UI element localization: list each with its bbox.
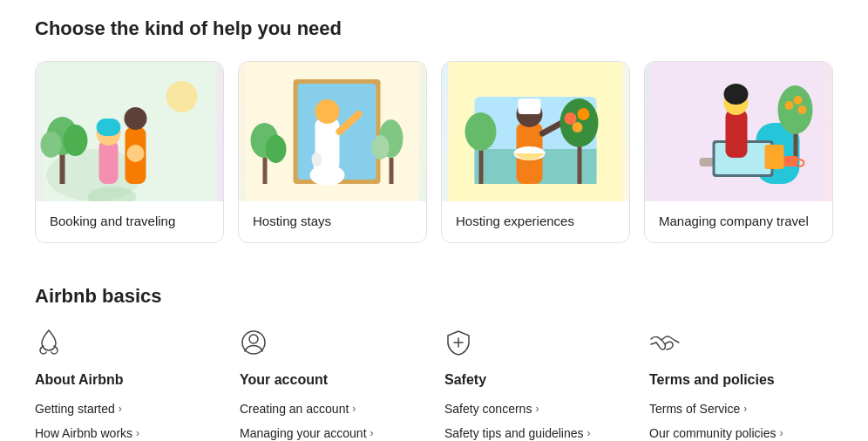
card-hosting-exp[interactable]: Hosting experiences — [441, 61, 630, 243]
svg-point-12 — [41, 132, 62, 158]
link-getting-started[interactable]: Getting started › — [35, 398, 219, 419]
chevron-icon: › — [119, 403, 122, 415]
svg-rect-49 — [726, 110, 748, 158]
svg-point-51 — [724, 84, 749, 105]
chevron-icon: › — [780, 427, 783, 439]
svg-point-28 — [372, 135, 390, 159]
svg-rect-52 — [765, 145, 784, 169]
handshake-icon — [649, 329, 833, 360]
chevron-icon: › — [535, 403, 539, 415]
card-company-label: Managing company travel — [645, 201, 832, 242]
basics-col-account: Your account Creating an account › Manag… — [240, 329, 424, 441]
svg-point-13 — [64, 125, 88, 156]
basics-col-terms: Terms and policies Terms of Service › Ou… — [649, 329, 833, 441]
page-title: Choose the kind of help you need — [35, 17, 833, 40]
link-safety-concerns[interactable]: Safety concerns › — [444, 398, 628, 419]
basics-about-title: About Airbnb — [35, 372, 219, 388]
airbnb-logo-icon — [35, 329, 219, 360]
card-hosting-stays-image — [239, 62, 426, 201]
link-safety-tips[interactable]: Safety tips and guidelines › — [444, 423, 628, 441]
card-company[interactable]: Managing company travel — [644, 61, 833, 243]
svg-rect-6 — [97, 119, 121, 136]
link-how-airbnb-works[interactable]: How Airbnb works › — [35, 423, 219, 441]
card-company-image — [645, 62, 832, 201]
svg-point-57 — [798, 105, 807, 114]
card-hosting-exp-label: Hosting experiences — [442, 201, 629, 242]
chevron-icon: › — [370, 427, 374, 439]
svg-point-54 — [778, 85, 813, 134]
svg-point-56 — [794, 96, 803, 105]
svg-point-41 — [573, 122, 583, 132]
svg-point-22 — [312, 153, 322, 166]
link-community-policies-terms[interactable]: Our community policies › — [649, 423, 833, 441]
svg-rect-23 — [263, 158, 268, 184]
svg-point-18 — [315, 99, 340, 124]
svg-point-40 — [578, 108, 590, 120]
svg-rect-26 — [390, 158, 394, 184]
chevron-icon: › — [743, 403, 747, 415]
basics-grid: About Airbnb Getting started › How Airbn… — [35, 329, 833, 441]
svg-point-8 — [125, 107, 147, 130]
svg-point-43 — [465, 112, 497, 151]
svg-point-60 — [249, 335, 258, 343]
link-creating-account[interactable]: Creating an account › — [240, 398, 424, 419]
svg-point-55 — [785, 101, 794, 110]
basics-section-title: Airbnb basics — [35, 285, 833, 308]
basics-terms-title: Terms and policies — [649, 372, 833, 388]
svg-rect-4 — [99, 140, 119, 184]
chevron-icon: › — [352, 403, 356, 415]
svg-rect-58 — [784, 156, 798, 166]
chevron-icon: › — [136, 427, 139, 439]
link-terms-service[interactable]: Terms of Service › — [649, 398, 833, 419]
chevron-icon: › — [587, 427, 591, 439]
card-booking[interactable]: Booking and traveling — [35, 61, 224, 243]
person-circle-icon — [240, 329, 424, 360]
card-hosting-stays[interactable]: Hosting stays — [238, 61, 427, 243]
basics-account-title: Your account — [240, 372, 424, 388]
svg-point-9 — [127, 145, 145, 162]
help-categories-grid: Booking and traveling — [35, 61, 833, 243]
card-booking-label: Booking and traveling — [36, 201, 223, 242]
svg-point-2 — [166, 81, 198, 112]
svg-rect-42 — [479, 149, 484, 184]
basics-col-about: About Airbnb Getting started › How Airbn… — [35, 329, 219, 441]
card-booking-image — [36, 62, 223, 201]
basics-col-safety: Safety Safety concerns › Safety tips and… — [444, 329, 628, 441]
svg-point-25 — [266, 135, 287, 163]
basics-safety-title: Safety — [444, 372, 628, 388]
svg-rect-34 — [519, 98, 541, 114]
shield-plus-icon — [444, 329, 628, 360]
link-managing-account[interactable]: Managing your account › — [240, 423, 424, 441]
card-hosting-exp-image — [442, 62, 629, 201]
card-hosting-stays-label: Hosting stays — [239, 201, 426, 242]
